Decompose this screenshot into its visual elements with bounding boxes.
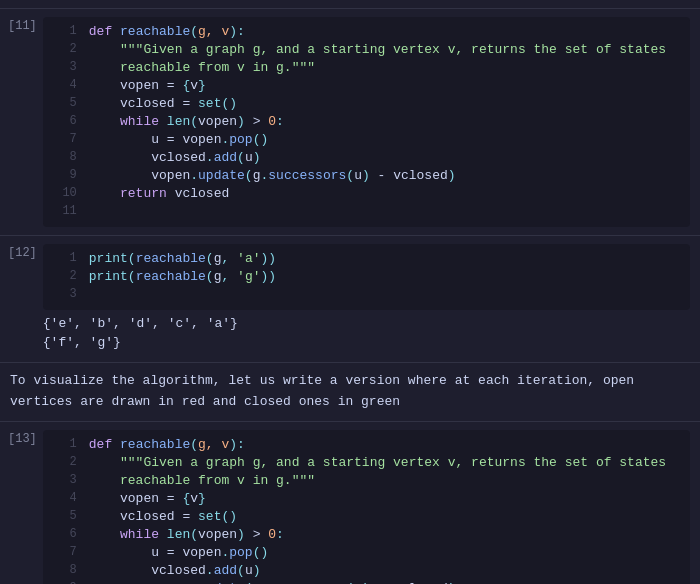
line-number: 4: [53, 490, 77, 505]
cell-label: [13]: [0, 422, 43, 584]
code-block: 1print(reachable(g, 'a'))2print(reachabl…: [43, 244, 690, 310]
cell-content: 1def reachable(g, v):2 """Given a graph …: [43, 422, 700, 584]
code-line: 4 vopen = {v}: [53, 77, 680, 95]
line-code: while len(vopen) > 0:: [89, 113, 680, 131]
line-code: vopen.update(g.successors(u) - vclosed): [89, 167, 680, 185]
line-number: 1: [53, 250, 77, 265]
line-code: return vclosed: [89, 185, 680, 203]
output-block: {'e', 'b', 'd', 'c', 'a'}{'f', 'g'}: [43, 310, 690, 354]
line-number: 2: [53, 268, 77, 283]
line-number: 5: [53, 95, 77, 110]
line-number: 3: [53, 286, 77, 301]
code-line: 1print(reachable(g, 'a')): [53, 250, 680, 268]
code-line: 7 u = vopen.pop(): [53, 544, 680, 562]
line-number: 11: [53, 203, 77, 218]
line-number: 7: [53, 544, 77, 559]
line-code: vclosed.add(u): [89, 149, 680, 167]
code-line: 4 vopen = {v}: [53, 490, 680, 508]
code-line: 6 while len(vopen) > 0:: [53, 113, 680, 131]
line-number: 8: [53, 149, 77, 164]
line-code: u = vopen.pop(): [89, 544, 680, 562]
line-code: """Given a graph g, and a starting verte…: [89, 454, 680, 472]
cell-label: [11]: [0, 9, 43, 235]
line-number: 6: [53, 526, 77, 541]
line-number: 5: [53, 508, 77, 523]
line-number: 9: [53, 167, 77, 182]
notebook: [11]1def reachable(g, v):2 """Given a gr…: [0, 0, 700, 584]
line-code: while len(vopen) > 0:: [89, 526, 680, 544]
code-line: 10 return vclosed: [53, 185, 680, 203]
line-number: 4: [53, 77, 77, 92]
output-line: {'e', 'b', 'd', 'c', 'a'}: [43, 314, 690, 333]
code-line: 3 reachable from v in g.""": [53, 59, 680, 77]
line-code: vopen.update(g.successors(u) - vclosed): [89, 580, 680, 584]
cell-content: 1print(reachable(g, 'a'))2print(reachabl…: [43, 236, 700, 362]
code-line: 9 vopen.update(g.successors(u) - vclosed…: [53, 167, 680, 185]
line-code: vclosed = set(): [89, 95, 680, 113]
cell-content: 1def reachable(g, v):2 """Given a graph …: [43, 9, 700, 235]
line-number: 9: [53, 580, 77, 584]
cell-cell-12: [12]1print(reachable(g, 'a'))2print(reac…: [0, 235, 700, 362]
code-line: 1def reachable(g, v):: [53, 436, 680, 454]
code-line: 7 u = vopen.pop(): [53, 131, 680, 149]
line-number: 1: [53, 23, 77, 38]
line-code: print(reachable(g, 'a')): [89, 250, 680, 268]
line-number: 2: [53, 41, 77, 56]
code-block: 1def reachable(g, v):2 """Given a graph …: [43, 17, 690, 227]
line-number: 7: [53, 131, 77, 146]
line-code: u = vopen.pop(): [89, 131, 680, 149]
line-number: 2: [53, 454, 77, 469]
line-code: def reachable(g, v):: [89, 23, 680, 41]
cell-cell-11: [11]1def reachable(g, v):2 """Given a gr…: [0, 8, 700, 235]
line-code: print(reachable(g, 'g')): [89, 268, 680, 286]
line-code: vclosed = set(): [89, 508, 680, 526]
line-code: """Given a graph g, and a starting verte…: [89, 41, 680, 59]
code-line: 2 """Given a graph g, and a starting ver…: [53, 454, 680, 472]
code-line: 8 vclosed.add(u): [53, 149, 680, 167]
cell-label: [12]: [0, 236, 43, 362]
line-code: reachable from v in g.""": [89, 472, 680, 490]
code-line: 5 vclosed = set(): [53, 95, 680, 113]
code-line: 11: [53, 203, 680, 221]
line-code: reachable from v in g.""": [89, 59, 680, 77]
separator-text: To visualize the algorithm, let us write…: [0, 362, 700, 421]
code-line: 2print(reachable(g, 'g')): [53, 268, 680, 286]
code-line: 5 vclosed = set(): [53, 508, 680, 526]
line-number: 10: [53, 185, 77, 200]
output-line: {'f', 'g'}: [43, 333, 690, 352]
line-number: 3: [53, 472, 77, 487]
line-code: vopen = {v}: [89, 77, 680, 95]
code-line: 3: [53, 286, 680, 304]
code-line: 6 while len(vopen) > 0:: [53, 526, 680, 544]
line-code: def reachable(g, v):: [89, 436, 680, 454]
line-number: 6: [53, 113, 77, 128]
code-line: 3 reachable from v in g.""": [53, 472, 680, 490]
line-number: 8: [53, 562, 77, 577]
line-number: 3: [53, 59, 77, 74]
code-line: 1def reachable(g, v):: [53, 23, 680, 41]
cell-cell-13: [13]1def reachable(g, v):2 """Given a gr…: [0, 421, 700, 584]
line-code: vclosed.add(u): [89, 562, 680, 580]
line-code: vopen = {v}: [89, 490, 680, 508]
code-line: 9 vopen.update(g.successors(u) - vclosed…: [53, 580, 680, 584]
line-number: 1: [53, 436, 77, 451]
code-line: 8 vclosed.add(u): [53, 562, 680, 580]
code-block: 1def reachable(g, v):2 """Given a graph …: [43, 430, 690, 584]
code-line: 2 """Given a graph g, and a starting ver…: [53, 41, 680, 59]
